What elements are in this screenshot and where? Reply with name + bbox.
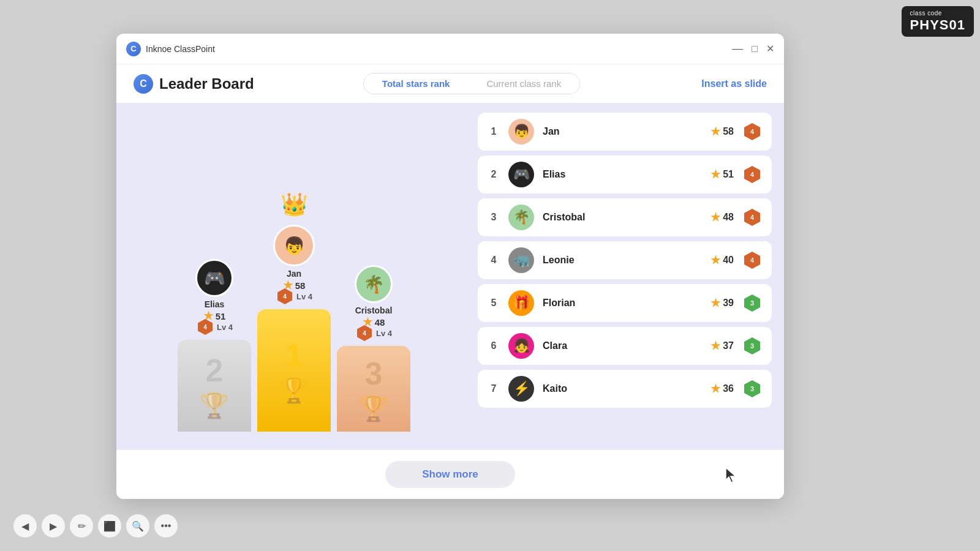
lb-row-2: 2 🎮 Elias ★ 51 4 [478,156,772,193]
tab-current-class[interactable]: Current class rank [468,73,579,94]
podium-block-first: 1 🏆 [257,309,331,432]
lb-star-cristobal: ★ [710,211,720,224]
minimize-button[interactable]: — [732,42,743,55]
lv-hex-elias: 4 [196,318,214,336]
lb-score-kaito: ★ 36 [710,382,734,395]
lv-badge-elias: 4 Lv 4 [196,318,233,336]
lb-star-elias: ★ [710,168,720,181]
lb-name-jan: Jan [543,126,702,137]
lb-row-4: 4 🦏 Leonie ★ 40 4 [478,241,772,279]
nav-back-button[interactable]: ◀ [13,514,37,538]
podium-rank-1: 1 [285,337,303,373]
player-avatar-cristobal: 🌴 [355,265,393,303]
leaderboard-list: 1 👦 Jan ★ 58 4 2 🎮 Elias [472,103,784,450]
lb-avatar-jan: 👦 [508,119,534,144]
lb-name-cristobal: Cristobal [543,212,702,223]
lb-name-elias: Elias [543,169,702,180]
class-code-small-label: class code [910,10,942,17]
nav-pen-button[interactable]: ✏ [70,514,93,538]
lb-row-7: 7 ⚡ Kaito ★ 36 3 [478,370,772,408]
lb-stars-jan: 58 [723,126,734,137]
lb-level-clara: 3 [742,336,762,356]
lv-text-jan: Lv 4 [296,292,312,301]
trophy-icon-2: 🏆 [199,391,230,420]
leader-board-heading: Leader Board [159,75,254,92]
lb-avatar-clara: 👧 [508,333,534,359]
show-more-button[interactable]: Show more [385,461,515,488]
podium-players: 🎮 Elias ★ 51 4 [178,219,410,432]
lb-row-1: 1 👦 Jan ★ 58 4 [478,113,772,151]
lb-stars-cristobal: 48 [723,212,734,223]
lb-rank-4: 4 [488,255,500,266]
lb-star-kaito: ★ [710,382,720,395]
player-name-elias: Elias [205,299,225,309]
main-window: C Inknoe ClassPoint — □ ✕ C Leader Board… [116,34,784,499]
lv-text-elias: Lv 4 [217,323,233,332]
svg-text:4: 4 [363,330,366,337]
title-bar: C Inknoe ClassPoint — □ ✕ [116,34,784,64]
nav-zoom-button[interactable]: 🔍 [126,514,149,538]
podium-player-2: 🎮 Elias ★ 51 4 [178,259,251,432]
lv-badge-cristobal: 4 Lv 4 [355,324,392,342]
lb-rank-7: 7 [488,383,500,394]
nav-more-button[interactable]: ••• [154,514,178,538]
header: C Leader Board Total stars rank Current … [116,64,784,103]
podium-player-1: 👑 👦 Jan ★ 58 4 [257,219,331,432]
lb-name-florian: Florian [543,298,702,309]
nav-screen-button[interactable]: ⬛ [98,514,121,538]
podium-block-third: 3 🏆 [337,346,410,432]
lb-avatar-kaito: ⚡ [508,376,534,402]
lb-level-elias: 4 [742,165,762,184]
lb-rank-2: 2 [488,169,500,180]
nav-forward-button[interactable]: ▶ [42,514,65,538]
app-name: Inknoe ClassPoint [146,44,215,54]
lb-rank-6: 6 [488,340,500,351]
player-figure-jan: 👑 👦 Jan ★ 58 [273,219,315,292]
player-avatar-elias: 🎮 [195,259,233,297]
player-figure-cristobal: 🌴 Cristobal ★ 48 [355,265,393,329]
lb-score-jan: ★ 58 [710,125,734,138]
lb-avatar-florian: 🎁 [508,290,534,316]
lb-icon: C [134,74,153,94]
window-controls: — □ ✕ [732,42,774,55]
lb-avatar-elias: 🎮 [508,162,534,187]
tab-total-stars[interactable]: Total stars rank [364,73,469,94]
lb-level-cristobal: 4 [742,208,762,227]
lv-text-cristobal: Lv 4 [376,329,392,338]
class-code-value: PHYS01 [910,17,965,33]
lb-rank-3: 3 [488,212,500,223]
podium-block-second: 2 🏆 [178,340,251,432]
lb-stars-florian: 39 [723,298,734,309]
svg-text:4: 4 [283,293,287,300]
lb-star-clara: ★ [710,339,720,353]
lb-avatar-cristobal: 🌴 [508,204,534,230]
tab-group: Total stars rank Current class rank [363,73,580,94]
player-name-cristobal: Cristobal [355,305,393,315]
lb-name-leonie: Leonie [543,255,702,266]
lb-score-elias: ★ 51 [710,168,734,181]
lb-name-clara: Clara [543,340,702,351]
lb-stars-kaito: 36 [723,383,734,394]
player-name-jan: Jan [287,269,301,279]
crown-icon: 👑 [281,192,308,217]
insert-as-slide-button[interactable]: Insert as slide [701,78,767,89]
svg-text:4: 4 [203,324,207,331]
leader-board-title: C Leader Board [134,74,254,94]
lb-score-clara: ★ 37 [710,339,734,353]
lb-row-3: 3 🌴 Cristobal ★ 48 4 [478,198,772,236]
lb-level-kaito: 3 [742,379,762,399]
trophy-icon-1: 🏆 [279,376,309,405]
trophy-icon-3: 🏆 [358,394,389,423]
lv-badge-jan: 4 Lv 4 [276,287,312,305]
lb-stars-elias: 51 [723,169,734,180]
close-button[interactable]: ✕ [766,43,774,54]
podium-area: 🎮 Elias ★ 51 4 [116,103,472,450]
content-area: 🎮 Elias ★ 51 4 [116,103,784,450]
lb-star-leonie: ★ [710,253,720,267]
podium-player-3: 🌴 Cristobal ★ 48 4 [337,265,410,432]
lb-score-leonie: ★ 40 [710,253,734,267]
lb-stars-clara: 37 [723,340,734,351]
maximize-button[interactable]: □ [752,43,758,54]
lb-name-kaito: Kaito [543,383,702,394]
lb-level-jan: 4 [742,122,762,141]
